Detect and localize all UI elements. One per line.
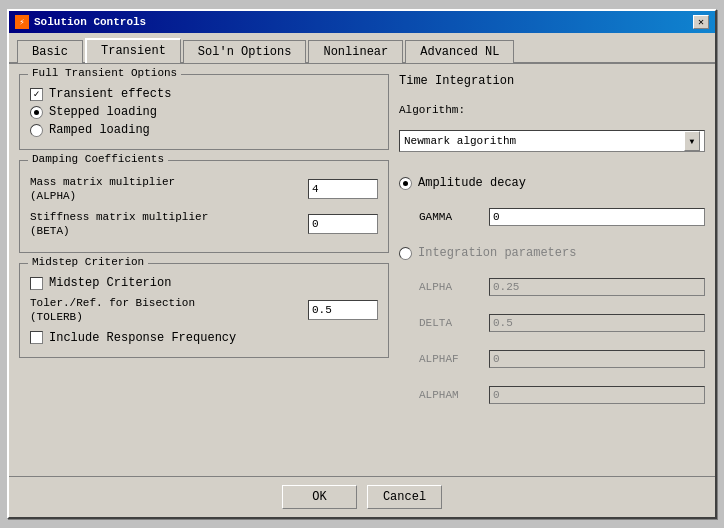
- alpha-label: ALPHA: [419, 281, 489, 293]
- damping-title: Damping Coefficients: [28, 153, 168, 165]
- stepped-loading-radio[interactable]: [30, 106, 43, 119]
- full-transient-content: ✓ Transient effects Stepped loading Ramp…: [30, 87, 378, 137]
- transient-effects-checkbox[interactable]: ✓: [30, 88, 43, 101]
- full-transient-title: Full Transient Options: [28, 67, 181, 79]
- stiffness-matrix-label: Stiffness matrix multiplier(BETA): [30, 210, 308, 239]
- alphaf-input[interactable]: [489, 350, 705, 368]
- midstep-group: Midstep Criterion Midstep Criterion Tole…: [19, 263, 389, 358]
- tolerb-input[interactable]: [308, 300, 378, 320]
- amplitude-decay-label: Amplitude decay: [418, 176, 526, 190]
- ramped-loading-label: Ramped loading: [49, 123, 150, 137]
- alpha-row: ALPHA: [399, 278, 705, 296]
- alpham-row: ALPHAM: [399, 386, 705, 404]
- midstep-criterion-checkbox[interactable]: [30, 277, 43, 290]
- alpha-input[interactable]: [489, 278, 705, 296]
- gamma-label: GAMMA: [419, 211, 489, 223]
- algorithm-value: Newmark algorithm: [404, 135, 516, 147]
- stepped-loading-row: Stepped loading: [30, 105, 378, 119]
- algorithm-dropdown-arrow: ▼: [684, 131, 700, 151]
- mass-matrix-input[interactable]: [308, 179, 378, 199]
- integration-params-label: Integration parameters: [418, 246, 576, 260]
- alpham-input[interactable]: [489, 386, 705, 404]
- mass-matrix-row: Mass matrix multiplier(ALPHA): [30, 175, 378, 204]
- mass-matrix-label: Mass matrix multiplier(ALPHA): [30, 175, 308, 204]
- close-button[interactable]: ✕: [693, 15, 709, 29]
- include-response-checkbox[interactable]: [30, 331, 43, 344]
- midstep-criterion-row: Midstep Criterion: [30, 276, 378, 290]
- include-response-row: Include Response Frequency: [30, 331, 378, 345]
- delta-label: DELTA: [419, 317, 489, 329]
- transient-effects-row: ✓ Transient effects: [30, 87, 378, 101]
- integration-params-row: Integration parameters: [399, 246, 705, 260]
- delta-row: DELTA: [399, 314, 705, 332]
- alphaf-row: ALPHAF: [399, 350, 705, 368]
- amplitude-decay-row: Amplitude decay: [399, 176, 705, 190]
- gamma-row: GAMMA: [399, 208, 705, 226]
- main-window: ⚡ Solution Controls ✕ Basic Transient So…: [7, 9, 717, 519]
- cancel-button[interactable]: Cancel: [367, 485, 442, 509]
- algorithm-label: Algorithm:: [399, 104, 705, 116]
- tolerb-label: Toler./Ref. for Bisection(TOLERB): [30, 296, 308, 325]
- tab-soln-options[interactable]: Sol'n Options: [183, 40, 307, 63]
- damping-group: Damping Coefficients Mass matrix multipl…: [19, 160, 389, 253]
- tab-advanced-nl[interactable]: Advanced NL: [405, 40, 514, 63]
- stepped-loading-dot: [34, 110, 39, 115]
- alphaf-label: ALPHAF: [419, 353, 489, 365]
- amplitude-decay-radio[interactable]: [399, 177, 412, 190]
- tab-transient[interactable]: Transient: [85, 38, 181, 63]
- content-area: Full Transient Options ✓ Transient effec…: [9, 64, 715, 476]
- gamma-input[interactable]: [489, 208, 705, 226]
- window-title: Solution Controls: [34, 16, 146, 28]
- integration-params-radio[interactable]: [399, 247, 412, 260]
- alpham-label: ALPHAM: [419, 389, 489, 401]
- midstep-title: Midstep Criterion: [28, 256, 148, 268]
- stiffness-matrix-input[interactable]: [308, 214, 378, 234]
- stiffness-matrix-row: Stiffness matrix multiplier(BETA): [30, 210, 378, 239]
- tab-basic[interactable]: Basic: [17, 40, 83, 63]
- ok-button[interactable]: OK: [282, 485, 357, 509]
- delta-input[interactable]: [489, 314, 705, 332]
- left-panel: Full Transient Options ✓ Transient effec…: [19, 74, 389, 466]
- title-bar-left: ⚡ Solution Controls: [15, 15, 146, 29]
- include-response-label: Include Response Frequency: [49, 331, 236, 345]
- transient-effects-label: Transient effects: [49, 87, 171, 101]
- stepped-loading-label: Stepped loading: [49, 105, 157, 119]
- title-bar: ⚡ Solution Controls ✕: [9, 11, 715, 33]
- time-integration-title: Time Integration: [399, 74, 705, 88]
- bottom-bar: OK Cancel: [9, 476, 715, 517]
- right-panel: Time Integration Algorithm: Newmark algo…: [399, 74, 705, 466]
- algorithm-select[interactable]: Newmark algorithm ▼: [399, 130, 705, 152]
- amplitude-decay-dot: [403, 181, 408, 186]
- ramped-loading-row: Ramped loading: [30, 123, 378, 137]
- ramped-loading-radio[interactable]: [30, 124, 43, 137]
- tolerb-row: Toler./Ref. for Bisection(TOLERB): [30, 296, 378, 325]
- app-icon: ⚡: [15, 15, 29, 29]
- tab-bar: Basic Transient Sol'n Options Nonlinear …: [9, 33, 715, 64]
- midstep-criterion-label: Midstep Criterion: [49, 276, 171, 290]
- tab-nonlinear[interactable]: Nonlinear: [308, 40, 403, 63]
- full-transient-group: Full Transient Options ✓ Transient effec…: [19, 74, 389, 150]
